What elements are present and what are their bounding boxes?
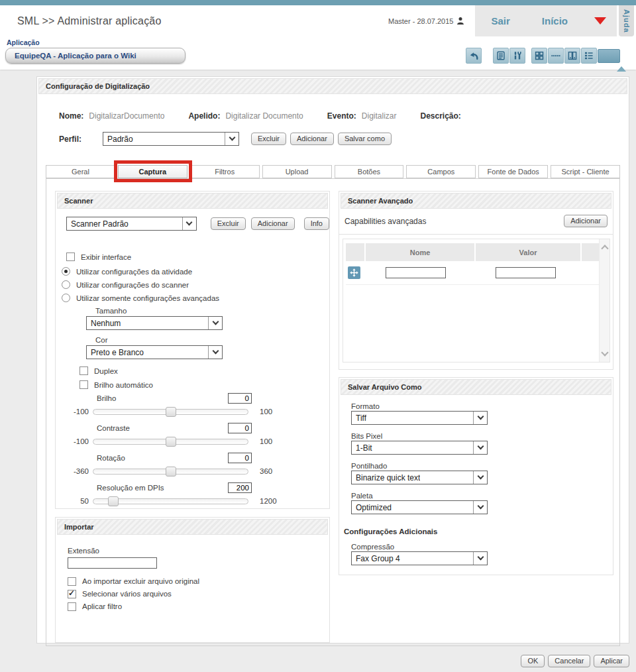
- keyboard-icon[interactable]: [598, 49, 620, 63]
- contraste-value-input[interactable]: [228, 423, 252, 433]
- scanner-excluir-button[interactable]: Excluir: [211, 217, 246, 230]
- collapse-toolbar-arrow-icon[interactable]: [617, 66, 626, 72]
- tamanho-select[interactable]: Nenhum: [86, 316, 223, 330]
- slider-thumb[interactable]: [166, 437, 176, 447]
- capability-nome-input[interactable]: [386, 267, 446, 278]
- help-tab[interactable]: Ajuda: [619, 5, 634, 36]
- resolucao-value-input[interactable]: [228, 482, 252, 493]
- compressao-select[interactable]: Fax Group 4: [351, 551, 488, 565]
- radio-config-scanner[interactable]: Utilizar configurações do scanner: [62, 280, 329, 289]
- capability-valor-input[interactable]: [496, 267, 556, 278]
- scanner-avancado-title: Scanner Avançado: [341, 193, 611, 209]
- checkbox-icon: [68, 577, 76, 586]
- tab-filtros[interactable]: Filtros: [190, 165, 260, 178]
- brilho-automatico-checkbox[interactable]: Brilho automático: [80, 380, 329, 389]
- perfil-excluir-button[interactable]: Excluir: [251, 133, 286, 145]
- page-title: SML >> Administrar aplicação: [17, 15, 162, 27]
- formato-select[interactable]: Tiff: [351, 411, 488, 425]
- list-icon[interactable]: [581, 48, 597, 64]
- perfil-label: Perfil:: [59, 135, 103, 144]
- scroll-down-icon[interactable]: [601, 349, 608, 356]
- application-label: Aplicação: [7, 38, 631, 46]
- tab-botoes[interactable]: Botões: [335, 165, 404, 178]
- user-icon: [456, 17, 464, 25]
- checkbox-icon: [66, 252, 75, 261]
- cancelar-button[interactable]: Cancelar: [548, 655, 590, 667]
- menu-dropdown-button[interactable]: [584, 17, 617, 25]
- chevron-down-icon: [208, 346, 222, 359]
- scanner-group-title: Scanner: [57, 193, 328, 209]
- rotacao-slider-track[interactable]: [93, 469, 248, 475]
- pontilhado-select[interactable]: Binarize quick text: [351, 471, 488, 484]
- radio-config-atividade[interactable]: Utilizar configurações da atividade: [62, 267, 329, 276]
- radio-icon: [62, 294, 70, 302]
- capabilities-grid-header: Nome Valor: [346, 243, 599, 261]
- aplicar-button[interactable]: Aplicar: [594, 655, 629, 667]
- tab-campos[interactable]: Campos: [406, 165, 476, 178]
- rotacao-value-input[interactable]: [228, 453, 252, 463]
- nome-value: DigitalizarDocumento: [89, 111, 164, 121]
- dots-icon[interactable]: [548, 48, 564, 64]
- scanner-info-button[interactable]: Info: [304, 217, 329, 230]
- bits-pixel-select[interactable]: 1-Bit: [351, 441, 488, 455]
- perfil-salvar-como-button[interactable]: Salvar como: [338, 133, 392, 145]
- capabilities-label: Capabilities avançadas: [344, 217, 426, 226]
- importar-group-title: Importar: [57, 519, 328, 535]
- undo-icon[interactable]: [466, 48, 482, 64]
- radio-config-avancadas[interactable]: Utilizar somente configurações avançadas: [62, 294, 329, 302]
- chevron-down-icon: [473, 471, 487, 484]
- scanner-device-select[interactable]: Scanner Padrão: [66, 217, 197, 231]
- pontilhado-label: Pontilhado: [351, 462, 613, 470]
- tab-fonte-de-dados[interactable]: Fonte de Dados: [478, 165, 548, 178]
- tab-script-cliente[interactable]: Script - Cliente: [551, 165, 620, 178]
- slider-thumb[interactable]: [166, 467, 176, 476]
- home-button[interactable]: Início: [526, 15, 584, 27]
- contraste-slider-track[interactable]: [93, 439, 248, 445]
- left-column: Scanner Scanner Padrão Excluir Adicionar…: [55, 191, 330, 645]
- application-selector-button[interactable]: EquipeQA - Aplicação para o Wiki: [5, 48, 186, 64]
- tab-geral[interactable]: Geral: [46, 165, 115, 178]
- slider-max-label: 100: [248, 437, 272, 445]
- red-triangle-icon: [594, 17, 606, 25]
- aplicar-filtro-checkbox[interactable]: Aplicar filtro: [68, 602, 329, 611]
- perfil-select[interactable]: Padrão: [103, 132, 239, 146]
- scanner-adicionar-button[interactable]: Adicionar: [251, 217, 295, 230]
- grid-icon[interactable]: [531, 48, 547, 64]
- capabilities-adicionar-button[interactable]: Adicionar: [564, 215, 608, 227]
- extensao-input[interactable]: [68, 557, 157, 569]
- cor-select[interactable]: Preto e Branco: [86, 345, 223, 359]
- slider-max-label: 1200: [248, 497, 277, 505]
- document-icon[interactable]: [493, 48, 509, 64]
- tab-upload[interactable]: Upload: [262, 165, 332, 178]
- brilho-value-input[interactable]: [228, 393, 252, 404]
- divider: [339, 234, 613, 235]
- column-extra: [582, 243, 599, 261]
- bits-pixel-label: Bits Pixel: [351, 432, 613, 440]
- scanner-avancado-group: Scanner Avançado Capabilities avançadas …: [339, 191, 613, 370]
- slider-min-label: 50: [56, 497, 93, 505]
- ok-button[interactable]: OK: [521, 655, 545, 667]
- varios-arquivos-checkbox[interactable]: Selecionar vários arquivos: [68, 590, 329, 598]
- pages-icon[interactable]: [564, 48, 580, 64]
- paleta-select[interactable]: Optimized: [351, 500, 488, 514]
- toolbar: [465, 48, 620, 64]
- duplex-checkbox[interactable]: Duplex: [80, 366, 329, 375]
- slider-thumb[interactable]: [166, 407, 176, 417]
- tab-captura[interactable]: Captura: [118, 165, 187, 178]
- move-handle-icon[interactable]: [348, 266, 360, 279]
- excluir-original-checkbox[interactable]: Ao importar excluir arquivo original: [68, 577, 329, 586]
- logout-button[interactable]: Sair: [475, 15, 525, 27]
- configuracoes-adicionais-title: Configurações Adicionais: [344, 528, 613, 535]
- user-info: Master - 28.07.2015: [388, 17, 464, 25]
- exibir-interface-checkbox[interactable]: Exibir interface: [66, 252, 329, 261]
- resolucao-slider-track[interactable]: [93, 498, 248, 504]
- grid-scrollbar[interactable]: [599, 239, 610, 362]
- tools-icon[interactable]: [509, 48, 525, 64]
- brilho-slider-track[interactable]: [93, 409, 248, 415]
- slider-max-label: 360: [248, 467, 272, 475]
- slider-thumb[interactable]: [108, 496, 119, 506]
- right-column: Scanner Avançado Capabilities avançadas …: [339, 191, 613, 645]
- scroll-up-icon[interactable]: [601, 245, 608, 252]
- perfil-adicionar-button[interactable]: Adicionar: [290, 133, 334, 145]
- chevron-down-icon: [208, 317, 222, 329]
